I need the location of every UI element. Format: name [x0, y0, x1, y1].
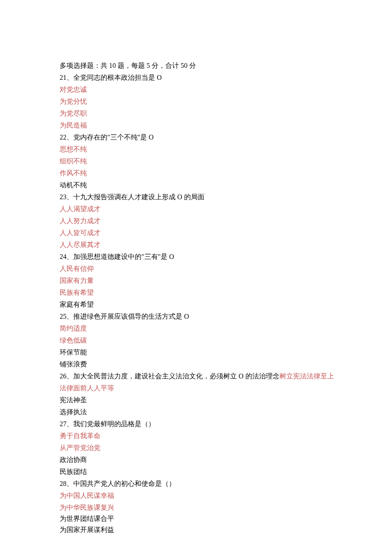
question-stem: 26、加大全民普法力度，建设社会主义法治文化，必须树立 O 的法治理念树立宪法法…	[60, 370, 332, 382]
option: 对党忠诚	[60, 84, 332, 96]
option: 为中华民族课复兴	[60, 502, 332, 514]
option: 绿色低碳	[60, 334, 332, 346]
option: 为党尽职	[60, 108, 332, 119]
question-stem: 22、党内存在的"三个不纯"是 O	[60, 131, 332, 143]
option: 铺张浪费	[60, 358, 332, 370]
option: 为世界团结课合平	[60, 514, 332, 524]
option-inline: 树立宪法法律至上	[280, 372, 334, 380]
question-stem: 23、十九大报告强调在人才建设上形成 O 的局面	[60, 191, 332, 203]
option: 国家有力量	[60, 275, 332, 287]
option: 法律面前人人平等	[60, 382, 332, 394]
document-body: 多项选择题：共 10 题，每题 5 分，合计 50 分 21、全党同志的根本政治…	[60, 60, 332, 536]
option: 为国家开展谋利益	[60, 524, 332, 536]
option: 人民有信仰	[60, 263, 332, 275]
question-stem: 27、我们党最鲜明的品格是（）	[60, 418, 332, 430]
option: 为民造福	[60, 119, 332, 131]
option: 政治协商	[60, 454, 332, 466]
option: 人人尽展其才	[60, 239, 332, 251]
question-stem: 28、中国共产党人的初心和使命是（）	[60, 478, 332, 490]
option: 人人皆可成才	[60, 227, 332, 239]
option: 人人渴望成才	[60, 203, 332, 215]
option: 选择执法	[60, 406, 332, 418]
option: 思想不纯	[60, 143, 332, 155]
option: 为党分忧	[60, 96, 332, 108]
section-header: 多项选择题：共 10 题，每题 5 分，合计 50 分	[60, 60, 332, 72]
option: 民族团结	[60, 466, 332, 478]
option: 为中国人民谋幸福	[60, 490, 332, 502]
option: 组织不纯	[60, 155, 332, 167]
option: 人人努力成才	[60, 215, 332, 227]
option: 作风不纯	[60, 167, 332, 179]
option: 民族有希望	[60, 287, 332, 299]
option: 勇于自我革命	[60, 430, 332, 442]
option: 从严管党治党	[60, 442, 332, 454]
option: 家庭有希望	[60, 299, 332, 311]
option: 简约适度	[60, 323, 332, 334]
question-stem: 25、推进绿色开展应该倡导的生活方式是 O	[60, 311, 332, 323]
option: 宪法神圣	[60, 394, 332, 406]
option: 环保节能	[60, 346, 332, 358]
option: 动机不纯	[60, 179, 332, 191]
question-stem: 24、加强思想道德建设中的"三有"是 O	[60, 251, 332, 263]
question-stem: 21、全党同志的根本政治担当是 O	[60, 72, 332, 84]
